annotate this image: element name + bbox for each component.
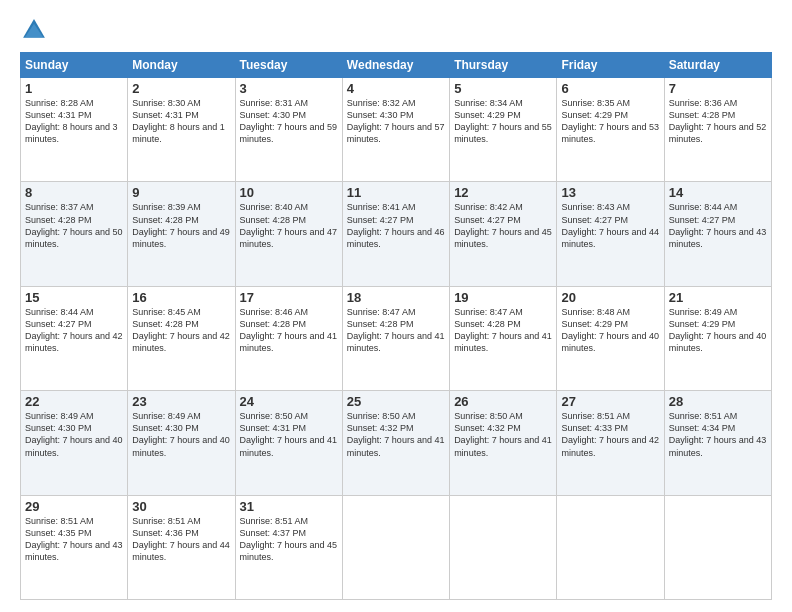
- cell-sun-info: Sunrise: 8:49 AMSunset: 4:30 PMDaylight:…: [25, 410, 123, 459]
- cell-sun-info: Sunrise: 8:30 AMSunset: 4:31 PMDaylight:…: [132, 97, 230, 146]
- calendar-cell: 5Sunrise: 8:34 AMSunset: 4:29 PMDaylight…: [450, 78, 557, 182]
- cell-sun-info: Sunrise: 8:47 AMSunset: 4:28 PMDaylight:…: [347, 306, 445, 355]
- cell-sun-info: Sunrise: 8:31 AMSunset: 4:30 PMDaylight:…: [240, 97, 338, 146]
- calendar-cell: 19Sunrise: 8:47 AMSunset: 4:28 PMDayligh…: [450, 286, 557, 390]
- calendar-cell: 27Sunrise: 8:51 AMSunset: 4:33 PMDayligh…: [557, 391, 664, 495]
- week-row-5: 29Sunrise: 8:51 AMSunset: 4:35 PMDayligh…: [21, 495, 772, 599]
- calendar-cell: 13Sunrise: 8:43 AMSunset: 4:27 PMDayligh…: [557, 182, 664, 286]
- cell-sun-info: Sunrise: 8:43 AMSunset: 4:27 PMDaylight:…: [561, 201, 659, 250]
- calendar-cell: [557, 495, 664, 599]
- calendar-cell: [450, 495, 557, 599]
- cell-sun-info: Sunrise: 8:44 AMSunset: 4:27 PMDaylight:…: [25, 306, 123, 355]
- calendar-cell: 10Sunrise: 8:40 AMSunset: 4:28 PMDayligh…: [235, 182, 342, 286]
- header: [20, 16, 772, 44]
- calendar-cell: 1Sunrise: 8:28 AMSunset: 4:31 PMDaylight…: [21, 78, 128, 182]
- calendar-cell: 15Sunrise: 8:44 AMSunset: 4:27 PMDayligh…: [21, 286, 128, 390]
- cell-sun-info: Sunrise: 8:36 AMSunset: 4:28 PMDaylight:…: [669, 97, 767, 146]
- calendar-cell: 22Sunrise: 8:49 AMSunset: 4:30 PMDayligh…: [21, 391, 128, 495]
- cell-sun-info: Sunrise: 8:49 AMSunset: 4:30 PMDaylight:…: [132, 410, 230, 459]
- day-number: 31: [240, 499, 338, 514]
- day-header-friday: Friday: [557, 53, 664, 78]
- calendar-cell: 23Sunrise: 8:49 AMSunset: 4:30 PMDayligh…: [128, 391, 235, 495]
- day-number: 11: [347, 185, 445, 200]
- cell-sun-info: Sunrise: 8:50 AMSunset: 4:32 PMDaylight:…: [454, 410, 552, 459]
- calendar-cell: 26Sunrise: 8:50 AMSunset: 4:32 PMDayligh…: [450, 391, 557, 495]
- calendar-cell: 25Sunrise: 8:50 AMSunset: 4:32 PMDayligh…: [342, 391, 449, 495]
- calendar-cell: 29Sunrise: 8:51 AMSunset: 4:35 PMDayligh…: [21, 495, 128, 599]
- cell-sun-info: Sunrise: 8:50 AMSunset: 4:31 PMDaylight:…: [240, 410, 338, 459]
- cell-sun-info: Sunrise: 8:48 AMSunset: 4:29 PMDaylight:…: [561, 306, 659, 355]
- calendar-cell: 12Sunrise: 8:42 AMSunset: 4:27 PMDayligh…: [450, 182, 557, 286]
- calendar-cell: 28Sunrise: 8:51 AMSunset: 4:34 PMDayligh…: [664, 391, 771, 495]
- cell-sun-info: Sunrise: 8:51 AMSunset: 4:34 PMDaylight:…: [669, 410, 767, 459]
- cell-sun-info: Sunrise: 8:49 AMSunset: 4:29 PMDaylight:…: [669, 306, 767, 355]
- day-number: 10: [240, 185, 338, 200]
- week-row-1: 1Sunrise: 8:28 AMSunset: 4:31 PMDaylight…: [21, 78, 772, 182]
- day-header-tuesday: Tuesday: [235, 53, 342, 78]
- logo: [20, 16, 52, 44]
- day-number: 14: [669, 185, 767, 200]
- week-row-3: 15Sunrise: 8:44 AMSunset: 4:27 PMDayligh…: [21, 286, 772, 390]
- calendar-cell: 9Sunrise: 8:39 AMSunset: 4:28 PMDaylight…: [128, 182, 235, 286]
- calendar-cell: 30Sunrise: 8:51 AMSunset: 4:36 PMDayligh…: [128, 495, 235, 599]
- day-header-monday: Monday: [128, 53, 235, 78]
- calendar-cell: 2Sunrise: 8:30 AMSunset: 4:31 PMDaylight…: [128, 78, 235, 182]
- cell-sun-info: Sunrise: 8:51 AMSunset: 4:33 PMDaylight:…: [561, 410, 659, 459]
- day-header-saturday: Saturday: [664, 53, 771, 78]
- day-number: 22: [25, 394, 123, 409]
- calendar-cell: 24Sunrise: 8:50 AMSunset: 4:31 PMDayligh…: [235, 391, 342, 495]
- day-number: 21: [669, 290, 767, 305]
- calendar-cell: 17Sunrise: 8:46 AMSunset: 4:28 PMDayligh…: [235, 286, 342, 390]
- day-number: 5: [454, 81, 552, 96]
- day-number: 3: [240, 81, 338, 96]
- cell-sun-info: Sunrise: 8:47 AMSunset: 4:28 PMDaylight:…: [454, 306, 552, 355]
- cell-sun-info: Sunrise: 8:28 AMSunset: 4:31 PMDaylight:…: [25, 97, 123, 146]
- cell-sun-info: Sunrise: 8:44 AMSunset: 4:27 PMDaylight:…: [669, 201, 767, 250]
- day-number: 17: [240, 290, 338, 305]
- cell-sun-info: Sunrise: 8:41 AMSunset: 4:27 PMDaylight:…: [347, 201, 445, 250]
- week-row-4: 22Sunrise: 8:49 AMSunset: 4:30 PMDayligh…: [21, 391, 772, 495]
- day-number: 4: [347, 81, 445, 96]
- cell-sun-info: Sunrise: 8:35 AMSunset: 4:29 PMDaylight:…: [561, 97, 659, 146]
- day-header-sunday: Sunday: [21, 53, 128, 78]
- day-header-wednesday: Wednesday: [342, 53, 449, 78]
- logo-icon: [20, 16, 48, 44]
- week-row-2: 8Sunrise: 8:37 AMSunset: 4:28 PMDaylight…: [21, 182, 772, 286]
- calendar-cell: 31Sunrise: 8:51 AMSunset: 4:37 PMDayligh…: [235, 495, 342, 599]
- calendar-cell: 11Sunrise: 8:41 AMSunset: 4:27 PMDayligh…: [342, 182, 449, 286]
- day-number: 13: [561, 185, 659, 200]
- cell-sun-info: Sunrise: 8:45 AMSunset: 4:28 PMDaylight:…: [132, 306, 230, 355]
- calendar-cell: [664, 495, 771, 599]
- day-number: 2: [132, 81, 230, 96]
- day-number: 8: [25, 185, 123, 200]
- day-number: 18: [347, 290, 445, 305]
- day-number: 26: [454, 394, 552, 409]
- calendar-cell: 6Sunrise: 8:35 AMSunset: 4:29 PMDaylight…: [557, 78, 664, 182]
- calendar-cell: 4Sunrise: 8:32 AMSunset: 4:30 PMDaylight…: [342, 78, 449, 182]
- calendar-cell: 7Sunrise: 8:36 AMSunset: 4:28 PMDaylight…: [664, 78, 771, 182]
- cell-sun-info: Sunrise: 8:32 AMSunset: 4:30 PMDaylight:…: [347, 97, 445, 146]
- cell-sun-info: Sunrise: 8:40 AMSunset: 4:28 PMDaylight:…: [240, 201, 338, 250]
- day-number: 20: [561, 290, 659, 305]
- calendar-cell: 21Sunrise: 8:49 AMSunset: 4:29 PMDayligh…: [664, 286, 771, 390]
- day-number: 25: [347, 394, 445, 409]
- page: SundayMondayTuesdayWednesdayThursdayFrid…: [0, 0, 792, 612]
- day-number: 15: [25, 290, 123, 305]
- calendar-cell: 20Sunrise: 8:48 AMSunset: 4:29 PMDayligh…: [557, 286, 664, 390]
- day-number: 24: [240, 394, 338, 409]
- day-header-thursday: Thursday: [450, 53, 557, 78]
- cell-sun-info: Sunrise: 8:42 AMSunset: 4:27 PMDaylight:…: [454, 201, 552, 250]
- day-number: 6: [561, 81, 659, 96]
- cell-sun-info: Sunrise: 8:51 AMSunset: 4:37 PMDaylight:…: [240, 515, 338, 564]
- cell-sun-info: Sunrise: 8:39 AMSunset: 4:28 PMDaylight:…: [132, 201, 230, 250]
- cell-sun-info: Sunrise: 8:34 AMSunset: 4:29 PMDaylight:…: [454, 97, 552, 146]
- day-number: 23: [132, 394, 230, 409]
- calendar-cell: 18Sunrise: 8:47 AMSunset: 4:28 PMDayligh…: [342, 286, 449, 390]
- calendar-cell: 8Sunrise: 8:37 AMSunset: 4:28 PMDaylight…: [21, 182, 128, 286]
- day-number: 16: [132, 290, 230, 305]
- day-number: 9: [132, 185, 230, 200]
- calendar-cell: 16Sunrise: 8:45 AMSunset: 4:28 PMDayligh…: [128, 286, 235, 390]
- day-number: 30: [132, 499, 230, 514]
- calendar-cell: 14Sunrise: 8:44 AMSunset: 4:27 PMDayligh…: [664, 182, 771, 286]
- day-number: 29: [25, 499, 123, 514]
